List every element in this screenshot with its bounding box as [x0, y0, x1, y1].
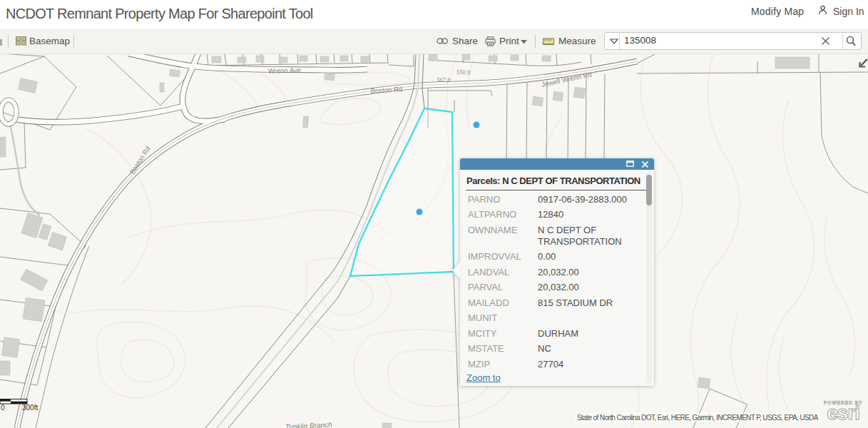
svg-text:Wrenn Ave: Wrenn Ave: [268, 66, 301, 75]
svg-text:Boston Rd: Boston Rd: [370, 85, 402, 95]
svg-text:Trinklin Branch: Trinklin Branch: [285, 421, 333, 428]
svg-text:567 ft: 567 ft: [436, 76, 451, 83]
svg-text:550 ft: 550 ft: [456, 68, 471, 76]
